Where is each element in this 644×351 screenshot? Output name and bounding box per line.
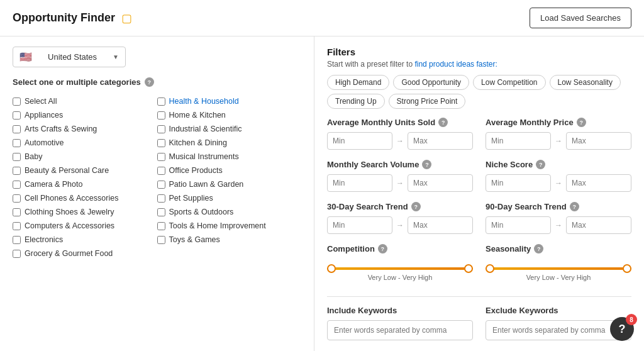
niche-score-max[interactable]	[566, 174, 631, 192]
help-button[interactable]: 8 ?	[610, 317, 634, 341]
search-trend-90-min[interactable]	[486, 216, 551, 234]
computers-checkbox[interactable]	[13, 222, 21, 230]
competition-help-icon[interactable]: ?	[378, 244, 387, 254]
niche-score-help-icon[interactable]: ?	[536, 160, 545, 169]
kitchen-dining-checkbox[interactable]	[157, 139, 165, 147]
grocery-checkbox[interactable]	[13, 250, 21, 258]
search-trend-30-max[interactable]	[408, 216, 473, 234]
list-item[interactable]: Automotive	[13, 136, 157, 150]
list-item[interactable]: Toys & Games	[157, 233, 302, 247]
trending-up-tag[interactable]: Trending Up	[327, 94, 385, 109]
exclude-keywords-label: Exclude Keywords	[486, 306, 558, 315]
home-kitchen-checkbox[interactable]	[157, 111, 165, 120]
country-name: United States	[48, 52, 97, 62]
avg-monthly-price-filter: Average Monthly Price ? →	[486, 118, 631, 150]
list-item[interactable]: Select All	[13, 94, 157, 108]
strong-price-point-tag[interactable]: Strong Price Point	[389, 94, 466, 109]
filters-subtitle: Start with a preset filter to find produ…	[327, 60, 631, 69]
cell-phones-checkbox[interactable]	[13, 194, 21, 203]
avg-monthly-price-max[interactable]	[566, 132, 631, 150]
include-keywords-input[interactable]	[327, 320, 473, 340]
camera-checkbox[interactable]	[13, 181, 21, 189]
category-label: Home & Kitchen	[169, 111, 226, 120]
sports-checkbox[interactable]	[157, 208, 165, 216]
range-arrow: →	[396, 179, 404, 187]
country-selector[interactable]: 🇺🇸 United States ▼	[13, 47, 301, 67]
category-label: Electronics	[25, 235, 63, 244]
beauty-checkbox[interactable]	[13, 167, 21, 175]
low-seasonality-tag[interactable]: Low Seasonality	[550, 75, 621, 90]
list-item[interactable]: Baby	[13, 150, 157, 164]
toys-checkbox[interactable]	[157, 236, 165, 244]
tools-checkbox[interactable]	[157, 222, 165, 230]
monthly-search-volume-min[interactable]	[327, 174, 392, 192]
chevron-down-icon: ▼	[113, 53, 119, 60]
category-label: Tools & Home Improvement	[169, 221, 266, 230]
search-trend-30-min[interactable]	[327, 216, 392, 234]
baby-checkbox[interactable]	[13, 153, 21, 161]
category-label[interactable]: Health & Household	[169, 97, 239, 106]
list-item[interactable]: Industrial & Scientific	[157, 122, 302, 136]
list-item[interactable]: Musical Instruments	[157, 150, 302, 164]
search-trend-90-max[interactable]	[566, 216, 631, 234]
monthly-search-volume-help-icon[interactable]: ?	[422, 160, 431, 169]
arts-crafts-checkbox[interactable]	[13, 125, 21, 133]
competition-filter: Competition ? Very Low - Very High	[327, 244, 473, 286]
list-item[interactable]: Tools & Home Improvement	[157, 219, 302, 233]
load-saved-searches-button[interactable]: Load Saved Searches	[530, 8, 631, 28]
country-dropdown[interactable]: 🇺🇸 United States ▼	[13, 47, 126, 67]
list-item[interactable]: Appliances	[13, 108, 157, 122]
list-item[interactable]: Beauty & Personal Care	[13, 164, 157, 177]
find-product-ideas-link[interactable]: find product ideas faster:	[414, 60, 497, 69]
avg-monthly-price-min[interactable]	[486, 132, 551, 150]
pet-supplies-checkbox[interactable]	[157, 194, 165, 203]
list-item[interactable]: Computers & Accessories	[13, 219, 157, 233]
health-checkbox[interactable]	[157, 98, 165, 106]
clothing-checkbox[interactable]	[13, 208, 21, 216]
list-item[interactable]: Electronics	[13, 233, 157, 247]
electronics-checkbox[interactable]	[13, 236, 21, 244]
left-categories: Select All Appliances Arts Crafts & Sewi…	[13, 94, 157, 260]
category-label: Patio Lawn & Garden	[169, 180, 244, 189]
range-arrow: →	[555, 179, 562, 187]
seasonality-range-label: Very Low - Very High	[526, 274, 591, 281]
list-item[interactable]: Camera & Photo	[13, 177, 157, 191]
avg-monthly-units-max[interactable]	[408, 132, 473, 150]
list-item[interactable]: Grocery & Gourmet Food	[13, 247, 157, 260]
office-checkbox[interactable]	[157, 167, 165, 175]
search-trend-90-label: 90-Day Search Trend	[486, 202, 567, 211]
list-item[interactable]: Sports & Outdoors	[157, 205, 302, 219]
list-item[interactable]: Patio Lawn & Garden	[157, 177, 302, 191]
filters-header: Filters Start with a preset filter to fi…	[327, 47, 631, 69]
patio-checkbox[interactable]	[157, 181, 165, 189]
list-item[interactable]: Cell Phones & Accessories	[13, 191, 157, 205]
select-all-checkbox[interactable]	[13, 98, 21, 106]
list-item[interactable]: Kitchen & Dining	[157, 136, 302, 150]
list-item[interactable]: Home & Kitchen	[157, 108, 302, 122]
avg-monthly-price-help-icon[interactable]: ?	[577, 118, 586, 127]
low-competition-tag[interactable]: Low Competition	[473, 75, 545, 90]
competition-slider[interactable]: Very Low - Very High	[327, 259, 473, 286]
categories-help-icon[interactable]: ?	[145, 77, 154, 87]
automotive-checkbox[interactable]	[13, 139, 21, 147]
list-item[interactable]: Office Products	[157, 164, 302, 177]
avg-monthly-units-min[interactable]	[327, 132, 392, 150]
category-label: Arts Crafts & Sewing	[25, 125, 97, 133]
list-item[interactable]: Clothing Shoes & Jewelry	[13, 205, 157, 219]
seasonality-help-icon[interactable]: ?	[534, 244, 543, 254]
search-trend-30-help-icon[interactable]: ?	[411, 202, 421, 211]
list-item[interactable]: Pet Supplies	[157, 191, 302, 205]
list-item[interactable]: Health & Household	[157, 94, 302, 108]
musical-checkbox[interactable]	[157, 153, 165, 161]
search-trend-90-help-icon[interactable]: ?	[570, 202, 579, 211]
avg-monthly-units-help-icon[interactable]: ?	[438, 118, 448, 127]
good-opportunity-tag[interactable]: Good Opportunity	[393, 75, 469, 90]
monthly-search-volume-max[interactable]	[408, 174, 473, 192]
niche-score-min[interactable]	[486, 174, 551, 192]
seasonality-slider[interactable]: Very Low - Very High	[486, 259, 631, 286]
industrial-checkbox[interactable]	[157, 125, 165, 133]
list-item[interactable]: Arts Crafts & Sewing	[13, 122, 157, 136]
video-icon[interactable]: ▢	[121, 11, 132, 25]
high-demand-tag[interactable]: High Demand	[327, 75, 389, 90]
appliances-checkbox[interactable]	[13, 111, 21, 120]
